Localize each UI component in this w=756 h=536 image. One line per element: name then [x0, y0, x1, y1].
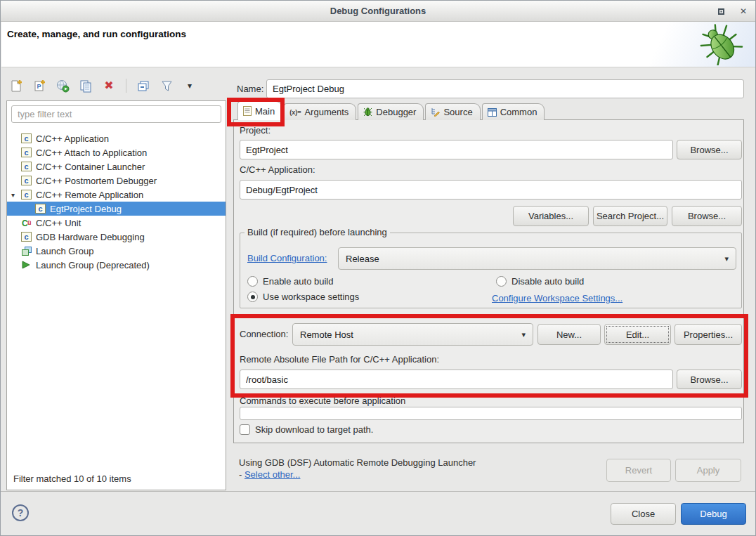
new-launch-config-icon — [9, 79, 23, 93]
filter-button[interactable] — [158, 77, 175, 94]
tree-item-cpp-remote[interactable]: ▾ c C/C++ Remote Application — [7, 188, 226, 202]
project-browse-button[interactable]: Browse... — [677, 140, 742, 159]
maximize-icon[interactable] — [718, 8, 724, 15]
connection-value: Remote Host — [300, 329, 353, 340]
tree-item-label: C/C++ Container Launcher — [36, 162, 145, 172]
c-app-icon: c — [21, 232, 32, 242]
tab-main[interactable]: Main — [237, 101, 282, 120]
export-launch-config-icon — [56, 79, 70, 93]
arguments-tab-icon: (x)= — [289, 109, 301, 116]
page-title: Create, manage, and run configurations — [7, 29, 186, 39]
tree-item-cpp-application[interactable]: c C/C++ Application — [7, 131, 226, 145]
use-workspace-settings-radio[interactable] — [247, 292, 258, 302]
delete-button[interactable]: ✖ — [100, 77, 117, 94]
tree-item-launch-group-deprecated[interactable]: Launch Group (Deprecated) — [7, 258, 226, 272]
tree-item-label: C/C++ Remote Application — [36, 190, 143, 200]
new-launch-config-button[interactable] — [8, 77, 25, 94]
tree-item-egtproject-debug[interactable]: c EgtProject Debug — [7, 202, 226, 216]
disable-auto-build-option[interactable]: Disable auto build — [496, 276, 584, 287]
toolbar-menu-button[interactable]: ▾ — [181, 77, 198, 94]
source-tab-icon — [431, 107, 440, 117]
apply-button[interactable]: Apply — [675, 459, 741, 482]
tree-item-label: GDB Hardware Debugging — [36, 232, 145, 242]
application-input[interactable] — [240, 180, 742, 200]
filter-input[interactable] — [11, 105, 221, 123]
remote-path-input[interactable] — [240, 370, 673, 389]
connection-label: Connection: — [240, 329, 288, 339]
common-tab-icon — [488, 108, 497, 117]
configurations-tree: c C/C++ Application c C/C++ Attach to Ap… — [7, 131, 226, 272]
application-label: C/C++ Application: — [240, 164, 315, 175]
tab-label: Common — [500, 107, 537, 117]
tree-item-label: C/C++ Postmortem Debugger — [36, 176, 157, 186]
svg-text:c: c — [24, 162, 28, 171]
remote-path-label: Remote Absolute File Path for C/C++ Appl… — [240, 354, 439, 365]
project-input[interactable] — [240, 140, 673, 159]
svg-text:c: c — [24, 176, 28, 185]
search-project-button[interactable]: Search Project... — [593, 206, 667, 226]
skip-download-option[interactable]: Skip download to target path. — [240, 424, 373, 435]
debug-button[interactable]: Debug — [681, 503, 746, 525]
configurations-toolbar: P ✖ — [8, 76, 198, 96]
collapse-all-button[interactable] — [135, 77, 152, 94]
configure-workspace-settings-link[interactable]: Configure Workspace Settings... — [492, 293, 623, 303]
filter-status-text: Filter matched 10 of 10 items — [13, 473, 131, 484]
tab-label: Source — [443, 107, 472, 117]
tree-item-label: EgtProject Debug — [50, 204, 122, 214]
use-workspace-settings-option[interactable]: Use workspace settings — [247, 292, 359, 302]
disable-auto-build-radio[interactable] — [496, 276, 507, 287]
connection-edit-button[interactable]: Edit... — [604, 324, 671, 345]
close-window-icon[interactable]: ✕ — [740, 7, 747, 15]
tab-debugger[interactable]: Debugger — [358, 103, 424, 120]
tree-item-launch-group[interactable]: Launch Group — [7, 244, 226, 258]
tree-item-label: C/C++ Unit — [36, 218, 81, 228]
select-other-link[interactable]: Select other... — [245, 469, 301, 480]
launch-group-deprecated-icon — [21, 260, 32, 270]
tab-source[interactable]: Source — [425, 103, 480, 120]
enable-auto-build-radio[interactable] — [247, 276, 258, 287]
c-app-icon: c — [21, 162, 32, 171]
duplicate-icon — [79, 79, 93, 93]
help-button[interactable]: ? — [12, 504, 29, 521]
name-input[interactable] — [266, 79, 744, 98]
export-launch-config-button[interactable] — [54, 77, 71, 94]
remote-path-browse-button[interactable]: Browse... — [677, 370, 742, 389]
tree-item-cpp-container[interactable]: c C/C++ Container Launcher — [7, 159, 226, 174]
svg-text:ü: ü — [27, 219, 32, 226]
enable-auto-build-option[interactable]: Enable auto build — [247, 276, 333, 287]
c-app-icon: c — [21, 148, 32, 157]
duplicate-button[interactable] — [77, 77, 94, 94]
commands-label: Commands to execute before application — [240, 396, 405, 406]
skip-download-checkbox[interactable] — [240, 424, 250, 435]
tree-item-cpp-attach[interactable]: c C/C++ Attach to Application — [7, 145, 226, 159]
tab-label: Arguments — [304, 107, 348, 117]
tree-expand-arrow-icon[interactable]: ▾ — [10, 191, 21, 199]
revert-button[interactable]: Revert — [606, 459, 671, 482]
svg-text:c: c — [24, 233, 28, 241]
filter-icon — [159, 79, 174, 93]
toolbar-separator — [126, 79, 126, 93]
tab-common[interactable]: Common — [482, 103, 545, 120]
close-button[interactable]: Close — [611, 503, 676, 525]
project-label: Project: — [240, 125, 271, 136]
new-prototype-button[interactable]: P — [31, 77, 48, 94]
variables-button[interactable]: Variables... — [513, 206, 589, 226]
header-banner: Create, manage, and run configurations — [1, 22, 756, 67]
tree-item-gdb-hardware[interactable]: c GDB Hardware Debugging — [7, 230, 226, 244]
build-configuration-dropdown[interactable]: Release ▾ — [338, 247, 736, 270]
connection-properties-button[interactable]: Properties... — [674, 324, 742, 345]
build-configuration-value: Release — [346, 254, 379, 264]
build-group: Build (if required) before launching Bui… — [240, 233, 742, 308]
connection-new-button[interactable]: New... — [537, 324, 601, 345]
help-icon: ? — [18, 507, 24, 518]
application-browse-button[interactable]: Browse... — [672, 206, 742, 226]
build-configuration-link[interactable]: Build Configuration: — [247, 253, 327, 263]
cpp-unit-icon: Cü — [21, 218, 32, 228]
c-app-icon: c — [35, 204, 46, 214]
svg-text:c: c — [24, 148, 28, 157]
connection-dropdown[interactable]: Remote Host ▾ — [292, 323, 533, 346]
tree-item-cpp-unit[interactable]: Cü C/C++ Unit — [7, 216, 226, 230]
tree-item-cpp-postmortem[interactable]: c C/C++ Postmortem Debugger — [7, 174, 226, 188]
tab-arguments[interactable]: (x)= Arguments — [284, 103, 356, 120]
commands-input[interactable] — [240, 407, 742, 420]
